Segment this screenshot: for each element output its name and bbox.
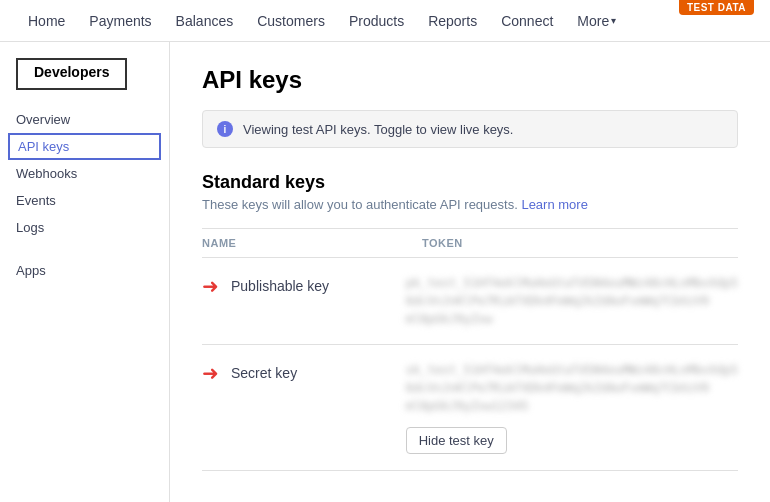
sidebar-item-apps[interactable]: Apps [0, 257, 169, 284]
publishable-key-token-col: pk_test_51Hf4eklMuHoGtaTdSN4ouMWz48cHLnM… [406, 274, 738, 328]
standard-keys-desc: These keys will allow you to authenticat… [202, 197, 738, 212]
nav-products[interactable]: Products [337, 0, 416, 42]
page-title: API keys [202, 66, 738, 94]
col-header-name: NAME [202, 237, 422, 249]
top-nav: Home Payments Balances Customers Product… [0, 0, 770, 42]
secret-key-name-col: ➜ Secret key [202, 361, 406, 385]
col-header-token: TOKEN [422, 237, 738, 249]
info-icon: i [217, 121, 233, 137]
publishable-key-token: pk_test_51Hf4eklMuHoGtaTdSN4ouMWz48cHLnM… [406, 274, 738, 328]
sidebar: Developers Overview API keys Webhooks Ev… [0, 42, 170, 502]
publishable-key-row: ➜ Publishable key pk_test_51Hf4eklMuHoGt… [202, 258, 738, 345]
sidebar-section-title: Developers [16, 58, 127, 90]
app-layout: Developers Overview API keys Webhooks Ev… [0, 42, 770, 502]
sidebar-item-webhooks[interactable]: Webhooks [0, 160, 169, 187]
standard-keys-section: Standard keys These keys will allow you … [202, 172, 738, 471]
nav-customers[interactable]: Customers [245, 0, 337, 42]
info-banner-text: Viewing test API keys. Toggle to view li… [243, 122, 514, 137]
secret-key-label: Secret key [231, 365, 297, 381]
nav-home[interactable]: Home [16, 0, 77, 42]
arrow-right-icon-2: ➜ [202, 361, 219, 385]
sidebar-item-events[interactable]: Events [0, 187, 169, 214]
nav-reports[interactable]: Reports [416, 0, 489, 42]
keys-table: NAME TOKEN ➜ Publishable key pk_test_51H… [202, 228, 738, 471]
info-banner: i Viewing test API keys. Toggle to view … [202, 110, 738, 148]
secret-key-row: ➜ Secret key sk_test_51Hf4eklMuHoGtaTdSN… [202, 345, 738, 471]
learn-more-link[interactable]: Learn more [521, 197, 587, 212]
nav-balances[interactable]: Balances [164, 0, 246, 42]
test-data-badge: TEST DATA [679, 0, 754, 15]
nav-more[interactable]: More ▾ [565, 0, 628, 42]
sidebar-divider [0, 241, 169, 257]
publishable-key-name-col: ➜ Publishable key [202, 274, 406, 298]
sidebar-item-api-keys[interactable]: API keys [8, 133, 161, 160]
standard-keys-title: Standard keys [202, 172, 738, 193]
publishable-key-label: Publishable key [231, 278, 329, 294]
sidebar-item-logs[interactable]: Logs [0, 214, 169, 241]
keys-table-header: NAME TOKEN [202, 229, 738, 258]
secret-key-token-col: sk_test_51Hf4eklMuHoGtaTdSN4ouMWz48cHLnM… [406, 361, 738, 454]
sidebar-item-overview[interactable]: Overview [0, 106, 169, 133]
secret-key-token: sk_test_51Hf4eklMuHoGtaTdSN4ouMWz48cHLnM… [406, 361, 738, 415]
nav-connect[interactable]: Connect [489, 0, 565, 42]
chevron-down-icon: ▾ [611, 15, 616, 26]
main-content: API keys i Viewing test API keys. Toggle… [170, 42, 770, 502]
nav-payments[interactable]: Payments [77, 0, 163, 42]
hide-test-key-button[interactable]: Hide test key [406, 427, 507, 454]
arrow-right-icon: ➜ [202, 274, 219, 298]
